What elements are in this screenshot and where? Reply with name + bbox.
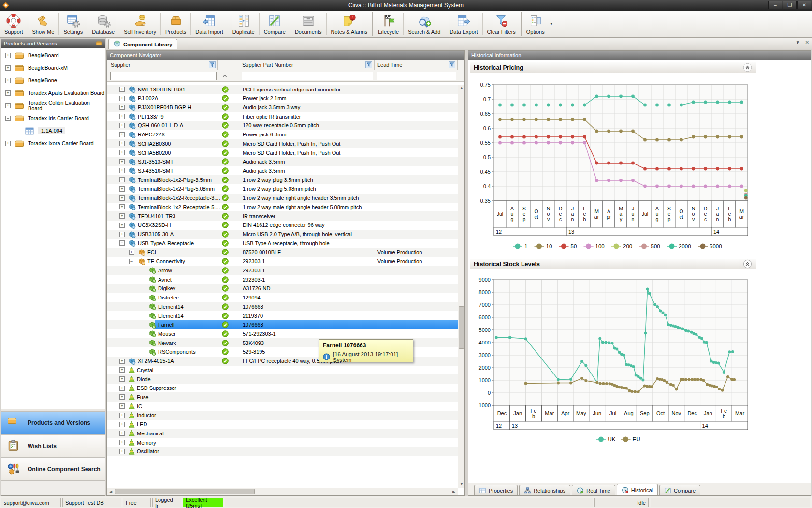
- table-row-farnell[interactable]: SFarnell1076663: [107, 320, 458, 329]
- sort-ascending-icon[interactable]: [220, 72, 229, 80]
- table-row-crystal[interactable]: +Crystal: [107, 365, 458, 374]
- table-row-uc3x32sd-h[interactable]: +BUC3X32SD-HDIN 41612 edge connector 96 …: [107, 221, 458, 230]
- expand-icon[interactable]: +: [119, 213, 125, 219]
- toolbar-button-settings[interactable]: Settings: [59, 11, 87, 37]
- toolbar-button-options[interactable]: Options: [522, 11, 549, 37]
- sidebar-nav-online-component-search[interactable]: Online Component Search: [1, 458, 105, 481]
- table-row-mouser[interactable]: SMouser571-292303-1: [107, 329, 458, 338]
- table-row-sj1-3513-smt[interactable]: +BSJ1-3513-SMTAudio jack 3.5mm: [107, 157, 458, 166]
- filter-input-supplier-part-number[interactable]: [242, 72, 373, 80]
- table-row-usb3105-30-a[interactable]: +BUSB3105-30-AMicro USB 2.0 Type A/B, th…: [107, 230, 458, 239]
- sidebar-item-beagleboard[interactable]: +BeagleBoard: [1, 49, 105, 61]
- table-row-terminalblock-1x2-plug-5-08mm[interactable]: +BTerminalBlock-1x2-Plug-5.08mm1 row 2 w…: [107, 184, 458, 194]
- table-row-arrow[interactable]: SArrow292303-1: [107, 266, 458, 275]
- table-row-memory[interactable]: +Memory: [107, 438, 458, 447]
- tab-relationships[interactable]: Relationships: [519, 485, 570, 495]
- scroll-down-icon[interactable]: ▼: [459, 481, 464, 487]
- maximize-button[interactable]: ❐: [783, 1, 797, 9]
- table-row-oscillator[interactable]: +Oscillator: [107, 447, 458, 456]
- toolbar-button-clear-filters[interactable]: Clear Filters: [483, 11, 520, 37]
- toolbar-button-compare[interactable]: Compare: [260, 11, 290, 37]
- tab-historical[interactable]: Historical: [617, 484, 658, 495]
- expand-icon[interactable]: +: [119, 168, 125, 173]
- filter-icon[interactable]: [449, 61, 455, 68]
- table-row-esd-suppressor[interactable]: +ESD Suppressor: [107, 384, 458, 393]
- column-header-supplier-part-number[interactable]: Supplier Part Number: [240, 60, 375, 70]
- table-row-led[interactable]: +LED: [107, 420, 458, 429]
- sidebar-item-toradex-ixora-carrier-board[interactable]: +Toradex Ixora Carrier Board: [1, 137, 105, 149]
- expand-icon[interactable]: +: [129, 250, 134, 255]
- expand-icon[interactable]: +: [5, 141, 11, 146]
- table-row-element14[interactable]: SElement142119370: [107, 311, 458, 320]
- expand-icon[interactable]: +: [119, 359, 125, 364]
- options-dropdown-icon[interactable]: ▼: [549, 11, 556, 37]
- table-row-pj3x01rf04b-bgp-h[interactable]: +BPJ3X01RF04B-BGP-HAudio jack 3.5mm 3 wa…: [107, 103, 458, 112]
- table-row-fci[interactable]: +MFCI87520-0010BLFVolume Production: [107, 248, 458, 257]
- sidebar-item-toradex-iris-carrier-board[interactable]: −Toradex Iris Carrier Board: [1, 112, 105, 124]
- expand-icon[interactable]: +: [119, 223, 125, 228]
- table-row-usb-typea-receptacle[interactable]: −BUSB-TypeA-ReceptacleUSB Type A recepta…: [107, 239, 458, 248]
- table-row-plt133-t9[interactable]: +BPLT133/T9Fiber optic IR transmitter: [107, 112, 458, 121]
- column-header-supplier[interactable]: Supplier: [109, 60, 218, 70]
- table-row-terminalblock-1x2-receptacle-3-[interactable]: +BTerminalBlock-1x2-Receptacle-3....1 ro…: [107, 194, 458, 203]
- scroll-left-icon[interactable]: ◀: [107, 489, 114, 495]
- toolbar-button-sell-inventory[interactable]: Sell Inventory: [119, 11, 160, 37]
- minimize-button[interactable]: –: [768, 1, 782, 9]
- expand-icon[interactable]: +: [119, 440, 125, 445]
- expand-icon[interactable]: +: [119, 413, 125, 418]
- table-row-rapc722x[interactable]: +BRAPC722XPower jack 6.3mm: [107, 130, 458, 139]
- toolbar-button-notes-alarms[interactable]: Notes & Alarms: [327, 11, 372, 37]
- close-button[interactable]: ✕: [798, 1, 811, 9]
- expand-icon[interactable]: +: [5, 65, 11, 71]
- toolbar-button-duplicate[interactable]: Duplicate: [228, 11, 259, 37]
- table-row-digikey[interactable]: SDigikeyA31726-ND: [107, 284, 458, 293]
- collapse-icon[interactable]: −: [119, 240, 125, 246]
- sidebar-item-toradex-colibri-evaluation-board[interactable]: +Toradex Colibri Evaluation Board: [1, 99, 105, 112]
- filter-icon[interactable]: [209, 61, 216, 68]
- toolbar-button-data-import[interactable]: Data Import: [191, 11, 227, 37]
- vertical-scrollbar[interactable]: ▲ ▼: [458, 85, 464, 488]
- collapse-icon[interactable]: −: [129, 259, 134, 264]
- tab-properties[interactable]: Properties: [474, 485, 518, 495]
- expand-icon[interactable]: +: [119, 177, 125, 182]
- sidebar-item-toradex-apalis-evaluation-board[interactable]: +Toradex Apalis Evaluation Board: [1, 87, 105, 99]
- table-row-terminalblock-1x2-receptacle-5-[interactable]: +BTerminalBlock-1x2-Receptacle-5....1 ro…: [107, 202, 458, 211]
- toolbar-button-database[interactable]: Database: [87, 11, 119, 37]
- expand-icon[interactable]: +: [119, 431, 125, 436]
- sidebar-nav-products-and-versions[interactable]: Products and Versions: [1, 411, 105, 434]
- sidebar-item-beaglebone[interactable]: +BeagleBone: [1, 74, 105, 87]
- expand-icon[interactable]: +: [119, 114, 125, 119]
- scroll-right-icon[interactable]: ▶: [450, 489, 457, 495]
- tab-close-icon[interactable]: ✕: [805, 40, 809, 45]
- table-row-scha5b0200[interactable]: +BSCHA5B0200Micro SD Card Holder, Push I…: [107, 148, 458, 157]
- table-row-tfdu4101-tr3[interactable]: +BTFDU4101-TR3IR transceiver: [107, 211, 458, 221]
- filter-input-supplier[interactable]: [110, 72, 217, 80]
- collapse-icon[interactable]: −: [5, 116, 11, 121]
- toolbar-button-lifecycle[interactable]: Lifecycle: [374, 11, 403, 37]
- expand-icon[interactable]: +: [119, 195, 125, 201]
- toolbar-button-show-me[interactable]: Show Me: [28, 11, 59, 37]
- expand-icon[interactable]: +: [119, 422, 125, 427]
- expand-icon[interactable]: +: [119, 449, 125, 454]
- expand-icon[interactable]: +: [119, 105, 125, 110]
- table-row-fuse[interactable]: +Fuse: [107, 392, 458, 402]
- table-row-mechanical[interactable]: +Mechanical: [107, 429, 458, 438]
- expand-icon[interactable]: +: [119, 186, 125, 192]
- table-row-element14[interactable]: SElement141076663: [107, 302, 458, 311]
- tab-component-library[interactable]: Component Library: [108, 39, 177, 49]
- filter-input-lead-time[interactable]: [377, 72, 456, 80]
- expand-icon[interactable]: +: [5, 103, 11, 108]
- scroll-up-icon[interactable]: ▲: [459, 85, 464, 91]
- expand-icon[interactable]: +: [119, 150, 125, 155]
- table-row-ic[interactable]: +IC: [107, 402, 458, 411]
- expand-icon[interactable]: +: [119, 204, 125, 209]
- expand-icon[interactable]: +: [119, 394, 125, 400]
- expand-icon[interactable]: +: [119, 376, 125, 382]
- tab-compare[interactable]: Compare: [659, 485, 700, 495]
- table-row-nwe18dhhn-t931[interactable]: +BNWE18DHHN-T931PCI-Express vertical edg…: [107, 85, 458, 94]
- table-row-avnet[interactable]: SAvnet292303-1: [107, 275, 458, 284]
- expand-icon[interactable]: +: [119, 159, 125, 164]
- toolbar-button-data-export[interactable]: Data Export: [445, 11, 482, 37]
- vertical-scroll-thumb[interactable]: [459, 306, 464, 349]
- column-header-status[interactable]: [219, 60, 239, 70]
